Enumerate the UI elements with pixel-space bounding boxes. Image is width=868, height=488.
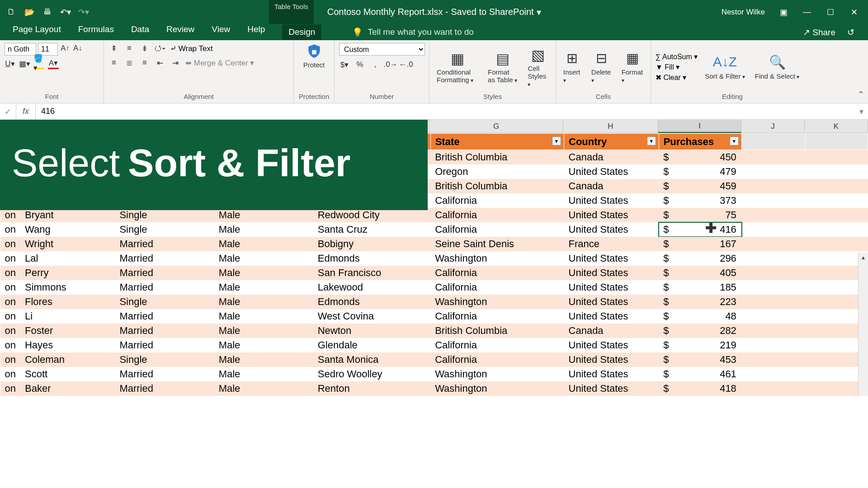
- cell-purchases[interactable]: $75: [659, 208, 742, 222]
- formula-value[interactable]: 416: [36, 107, 855, 116]
- tab-view[interactable]: View: [212, 24, 230, 40]
- cell[interactable]: Male: [214, 280, 313, 295]
- cell[interactable]: Married: [115, 381, 214, 396]
- cell[interactable]: Male: [214, 295, 313, 309]
- tab-help[interactable]: Help: [247, 24, 265, 40]
- cell-purchases[interactable]: $223: [659, 295, 742, 309]
- maximize-icon[interactable]: ☐: [826, 7, 835, 17]
- cell[interactable]: California: [430, 338, 564, 352]
- cell[interactable]: Canada: [564, 179, 659, 193]
- cell[interactable]: Renton: [313, 381, 430, 396]
- cell[interactable]: Santa Monica: [313, 352, 430, 367]
- tell-me[interactable]: 💡 Tell me what you want to do: [352, 24, 473, 40]
- scroll-up-icon[interactable]: ▲: [859, 253, 868, 263]
- cell[interactable]: Married: [115, 237, 214, 251]
- cell-purchases[interactable]: $416: [659, 222, 742, 237]
- tab-review[interactable]: Review: [166, 24, 194, 40]
- cell[interactable]: Male: [214, 309, 313, 324]
- decrease-font-icon[interactable]: A↓: [72, 43, 83, 54]
- open-icon[interactable]: 📂: [24, 7, 34, 17]
- cell[interactable]: Flores: [20, 295, 115, 309]
- cell[interactable]: on: [0, 324, 20, 338]
- cell-purchases[interactable]: $459: [659, 179, 742, 193]
- cell[interactable]: Canada: [564, 150, 659, 165]
- cell[interactable]: Seine Saint Denis: [430, 237, 564, 251]
- cell[interactable]: California: [430, 352, 564, 367]
- cell[interactable]: Lal: [20, 251, 115, 266]
- user-name[interactable]: Nestor Wilke: [722, 8, 765, 17]
- cell-purchases[interactable]: $453: [659, 352, 742, 367]
- cell[interactable]: United States: [564, 222, 659, 237]
- col-j[interactable]: J: [741, 120, 805, 133]
- currency-icon[interactable]: $▾: [339, 59, 350, 70]
- cell[interactable]: on: [0, 352, 20, 367]
- clear-button[interactable]: ✖ Clear ▾: [656, 73, 698, 82]
- cell-purchases[interactable]: $282: [659, 324, 742, 338]
- cell[interactable]: Perry: [20, 266, 115, 280]
- cell-purchases[interactable]: $461: [659, 367, 742, 381]
- cell-purchases[interactable]: $219: [659, 338, 742, 352]
- cell[interactable]: United States: [564, 280, 659, 295]
- collapse-ribbon-icon[interactable]: ⌃: [858, 89, 864, 99]
- close-icon[interactable]: ✕: [849, 7, 859, 17]
- cell[interactable]: California: [430, 193, 564, 208]
- percent-icon[interactable]: %: [354, 59, 365, 70]
- increase-decimal-icon[interactable]: .0→: [385, 59, 396, 70]
- align-middle-icon[interactable]: ≡: [124, 43, 135, 54]
- header-state[interactable]: State▾: [430, 134, 564, 150]
- cell[interactable]: United States: [564, 208, 659, 222]
- cell[interactable]: California: [430, 280, 564, 295]
- header-purchases[interactable]: Purchases▾: [659, 134, 742, 150]
- cell-purchases[interactable]: $373: [659, 193, 742, 208]
- tab-formulas[interactable]: Formulas: [78, 24, 114, 40]
- cell-purchases[interactable]: $48: [659, 309, 742, 324]
- cell[interactable]: on: [0, 280, 20, 295]
- cell[interactable]: California: [430, 222, 564, 237]
- cell[interactable]: Baker: [20, 381, 115, 396]
- cell[interactable]: on: [0, 309, 20, 324]
- cell-purchases[interactable]: $405: [659, 266, 742, 280]
- cell[interactable]: France: [564, 237, 659, 251]
- cell[interactable]: Married: [115, 266, 214, 280]
- cell[interactable]: San Francisco: [313, 266, 430, 280]
- share-button[interactable]: ↗ Share: [803, 27, 835, 38]
- table-row[interactable]: onLalMarriedMaleEdmondsWashingtonUnited …: [0, 251, 868, 266]
- vertical-scrollbar[interactable]: ▲: [858, 253, 868, 396]
- filter-icon[interactable]: ▾: [647, 136, 656, 145]
- conditional-formatting-button[interactable]: ▦Conditional Formatting: [434, 50, 481, 84]
- cell-styles-button[interactable]: ▧Cell Styles: [525, 47, 551, 88]
- cell[interactable]: on: [0, 266, 20, 280]
- increase-indent-icon[interactable]: ⇥: [170, 57, 181, 68]
- font-color-icon[interactable]: A▾: [48, 58, 59, 69]
- history-icon[interactable]: ↺: [847, 27, 854, 38]
- orientation-icon[interactable]: ⭯▾: [155, 43, 165, 54]
- cell[interactable]: Male: [214, 222, 313, 237]
- table-row[interactable]: onColemanSingleMaleSanta MonicaCaliforni…: [0, 352, 868, 367]
- cell[interactable]: West Covina: [313, 309, 430, 324]
- protect-button[interactable]: Protect: [298, 43, 330, 69]
- font-name-input[interactable]: [5, 43, 36, 56]
- cell[interactable]: Scott: [20, 367, 115, 381]
- cell[interactable]: Edmonds: [313, 251, 430, 266]
- document-title[interactable]: Contoso Monthly Report.xlsx - Saved to S…: [327, 7, 541, 18]
- cell[interactable]: Oregon: [430, 164, 564, 179]
- col-k[interactable]: K: [805, 120, 868, 133]
- formula-expand-icon[interactable]: ▾: [855, 107, 868, 117]
- cell[interactable]: Male: [214, 381, 313, 396]
- worksheet[interactable]: G H I J K State▾ Country▾ Purchases▾ Bri…: [0, 120, 868, 396]
- cell[interactable]: United States: [564, 309, 659, 324]
- table-row[interactable]: onFosterMarriedMaleNewtonBritish Columbi…: [0, 324, 868, 338]
- cell[interactable]: Newton: [313, 324, 430, 338]
- cell[interactable]: Male: [214, 324, 313, 338]
- table-row[interactable]: onHayesMarriedMaleGlendaleCaliforniaUnit…: [0, 338, 868, 352]
- col-i[interactable]: I: [658, 120, 741, 133]
- cell[interactable]: on: [0, 367, 20, 381]
- fx-icon[interactable]: fx: [16, 103, 36, 119]
- format-button[interactable]: ▦Format: [619, 50, 646, 84]
- increase-font-icon[interactable]: A↑: [60, 43, 71, 54]
- cell[interactable]: United States: [564, 295, 659, 309]
- cell[interactable]: Hayes: [20, 338, 115, 352]
- cell[interactable]: British Columbia: [430, 150, 564, 165]
- format-as-table-button[interactable]: ▤Format as Table: [485, 50, 520, 84]
- align-left-icon[interactable]: ≡: [108, 57, 119, 68]
